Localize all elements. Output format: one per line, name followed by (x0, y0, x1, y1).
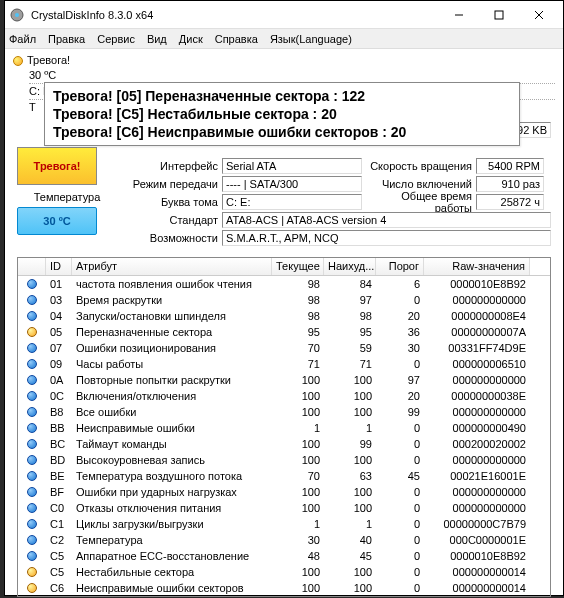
temperature-value: 30 ºC (43, 215, 70, 227)
col-id[interactable]: ID (46, 258, 72, 275)
status-orb-icon (27, 471, 37, 481)
table-row[interactable]: C2Температура30400000C0000001E (18, 532, 550, 548)
power-on-hours-label: Общее время работы (362, 190, 476, 214)
table-row[interactable]: 04Запуски/остановки шпинделя989820000000… (18, 308, 550, 324)
cell-id: C2 (46, 534, 72, 546)
interface-label: Интерфейс (117, 160, 222, 172)
table-row[interactable]: C5Аппаратное ECC-восстановление484500000… (18, 548, 550, 564)
cell-id: BC (46, 438, 72, 450)
close-button[interactable] (519, 3, 559, 27)
table-row[interactable]: 01частота появления ошибок чтения9884600… (18, 276, 550, 292)
cell-worst: 100 (324, 486, 376, 498)
menu-view[interactable]: Вид (147, 33, 167, 45)
status-orb-icon (27, 583, 37, 593)
table-row[interactable]: C5Нестабильные сектора100100000000000001… (18, 564, 550, 580)
menu-file[interactable]: Файл (9, 33, 36, 45)
cell-current: 71 (272, 358, 324, 370)
warning-orb-icon (13, 56, 23, 66)
menu-help[interactable]: Справка (215, 33, 258, 45)
cell-threshold: 0 (376, 294, 424, 306)
table-row[interactable]: B8Все ошибки10010099000000000000 (18, 404, 550, 420)
cell-current: 1 (272, 518, 324, 530)
cell-id: 01 (46, 278, 72, 290)
cell-worst: 1 (324, 518, 376, 530)
cell-id: 0C (46, 390, 72, 402)
table-row[interactable]: 0CВключения/отключения100100200000000003… (18, 388, 550, 404)
cell-id: 0A (46, 374, 72, 386)
cell-worst: 100 (324, 502, 376, 514)
alert-line: Тревога! [C6] Неисправимые ошибки сектор… (53, 123, 511, 141)
cell-id: C1 (46, 518, 72, 530)
status-orb-icon (27, 279, 37, 289)
table-row[interactable]: BDВысокоуровневая запись1001000000000000… (18, 452, 550, 468)
cell-current: 100 (272, 390, 324, 402)
cell-attribute: Нестабильные сектора (72, 566, 272, 578)
cell-id: BE (46, 470, 72, 482)
cell-threshold: 45 (376, 470, 424, 482)
col-worst[interactable]: Наихуд... (324, 258, 376, 275)
maximize-button[interactable] (479, 3, 519, 27)
cell-attribute: Запуски/остановки шпинделя (72, 310, 272, 322)
cell-id: BD (46, 454, 72, 466)
cell-raw: 00000000038E (424, 390, 530, 402)
cell-current: 30 (272, 534, 324, 546)
cell-id: 07 (46, 342, 72, 354)
cell-threshold: 0 (376, 566, 424, 578)
cell-attribute: Аппаратное ECC-восстановление (72, 550, 272, 562)
features-label: Возможности (117, 232, 222, 244)
cell-current: 100 (272, 454, 324, 466)
cell-current: 98 (272, 310, 324, 322)
col-threshold[interactable]: Порог (376, 258, 424, 275)
status-orb-icon (27, 375, 37, 385)
app-icon (9, 7, 25, 23)
table-row[interactable]: BEТемпература воздушного потока706345000… (18, 468, 550, 484)
table-row[interactable]: BFОшибки при ударных нагрузках1001000000… (18, 484, 550, 500)
table-row[interactable]: 05Переназначенные сектора959536000000000… (18, 324, 550, 340)
cell-worst: 71 (324, 358, 376, 370)
table-row[interactable]: C6Неисправимые ошибки секторов1001000000… (18, 580, 550, 596)
col-attribute[interactable]: Атрибут (72, 258, 272, 275)
table-row[interactable]: C7CRC-ошибки UltraDMA2002000000000000000 (18, 596, 550, 597)
health-status-button[interactable]: Тревога! (17, 147, 97, 185)
cell-raw: 000000000000 (424, 374, 530, 386)
table-row[interactable]: BBНеисправимые ошибки110000000000490 (18, 420, 550, 436)
temperature-header: Температура (17, 191, 117, 203)
table-row[interactable]: C1Циклы загрузки/выгрузки11000000000C7B7… (18, 516, 550, 532)
cell-current: 100 (272, 438, 324, 450)
tree-alert-row[interactable]: Тревога! (13, 53, 555, 68)
menu-lang[interactable]: Язык(Language) (270, 33, 352, 45)
cell-current: 100 (272, 406, 324, 418)
power-on-count-value: 910 раз (476, 176, 544, 192)
col-current[interactable]: Текущее (272, 258, 324, 275)
cell-id: 04 (46, 310, 72, 322)
temperature-button[interactable]: 30 ºC (17, 207, 97, 235)
table-row[interactable]: C0Отказы отключения питания1001000000000… (18, 500, 550, 516)
cell-raw: 0000000008E4 (424, 310, 530, 322)
minimize-button[interactable] (439, 3, 479, 27)
col-raw[interactable]: Raw-значения (424, 258, 530, 275)
cell-attribute: Циклы загрузки/выгрузки (72, 518, 272, 530)
cell-raw: 00021E16001E (424, 470, 530, 482)
cell-raw: 00331FF74D9E (424, 342, 530, 354)
smart-table-header: ID Атрибут Текущее Наихуд... Порог Raw-з… (18, 258, 550, 276)
table-row[interactable]: 0AПовторные попытки раскрутки10010097000… (18, 372, 550, 388)
table-row[interactable]: 07Ошибки позиционирования70593000331FF74… (18, 340, 550, 356)
cell-raw: 000000000490 (424, 422, 530, 434)
cell-worst: 98 (324, 310, 376, 322)
cell-threshold: 0 (376, 550, 424, 562)
status-orb-icon (27, 567, 37, 577)
menu-edit[interactable]: Правка (48, 33, 85, 45)
cell-attribute: Высокоуровневая запись (72, 454, 272, 466)
cell-threshold: 30 (376, 342, 424, 354)
menu-disk[interactable]: Диск (179, 33, 203, 45)
table-row[interactable]: 09Часы работы71710000000006510 (18, 356, 550, 372)
smart-table-body[interactable]: 01частота появления ошибок чтения9884600… (18, 276, 550, 597)
cell-current: 95 (272, 326, 324, 338)
table-row[interactable]: BCТаймаут команды100990000200020002 (18, 436, 550, 452)
table-row[interactable]: 03Время раскрутки98970000000000000 (18, 292, 550, 308)
cell-raw: 000000000014 (424, 566, 530, 578)
cell-current: 100 (272, 374, 324, 386)
menu-service[interactable]: Сервис (97, 33, 135, 45)
alert-line: Тревога! [C5] Нестабильные сектора : 20 (53, 105, 511, 123)
cell-attribute: Повторные попытки раскрутки (72, 374, 272, 386)
